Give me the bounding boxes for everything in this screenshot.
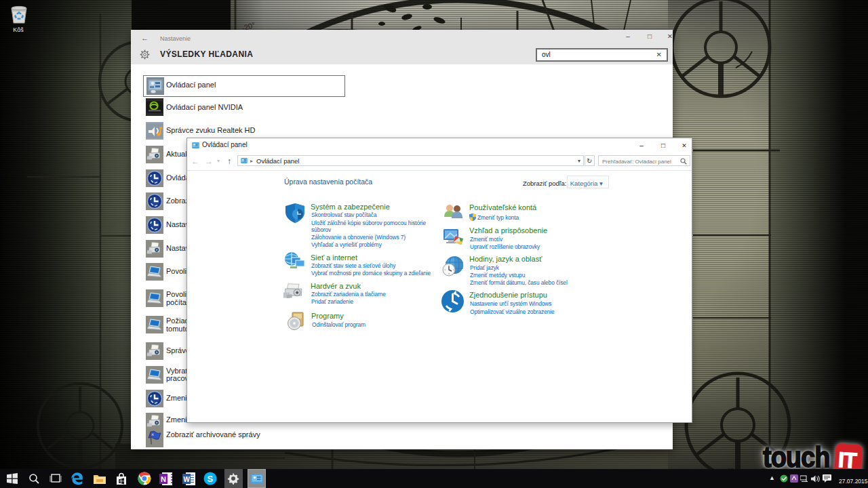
svg-text:N: N [161, 475, 166, 483]
svg-text:W: W [184, 476, 191, 483]
svg-text:S: S [208, 474, 214, 484]
